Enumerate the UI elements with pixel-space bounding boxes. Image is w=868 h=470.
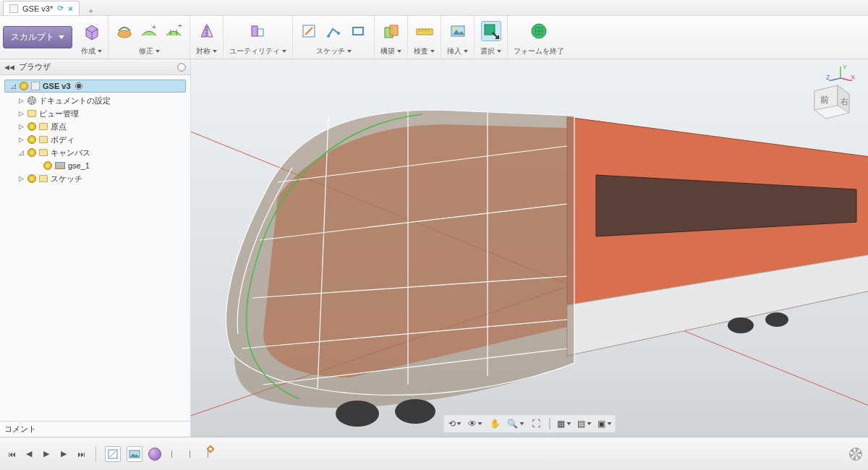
browser-panel: ◀◀ ブラウザ ◿ GSE v3 ▷ドキュメントの設定 ▷ビュー管理 ▷原点 ▷… [0,59,191,437]
feature-sketch-icon[interactable] [105,446,121,462]
svg-marker-9 [201,25,206,37]
workspace-switcher[interactable]: スカルプト [0,16,75,59]
edit-form-icon[interactable] [114,21,135,41]
insert-edge-icon[interactable]: + [139,21,159,41]
workspace-label: スカルプト [11,31,54,43]
node-label: gse_1 [68,161,90,170]
ribbon-group-finish: フォームを終了 [508,16,570,59]
decal-icon[interactable] [448,21,468,41]
ribbon-group-inspect: 検査 [408,16,441,59]
twisty-icon[interactable]: ▷ [17,175,25,182]
zoom-icon[interactable]: 🔍 [508,416,524,431]
line-icon[interactable] [323,21,344,41]
finish-form-icon[interactable] [529,21,549,41]
twisty-icon[interactable]: ▷ [17,123,25,130]
orbit-icon[interactable]: ⟲ [447,416,463,431]
chevron-down-icon[interactable] [213,50,217,53]
viewcube[interactable]: Y Z X 前 右 [806,65,856,123]
document-tab[interactable]: GSE v3* ⟳ × [3,1,80,15]
look-icon[interactable]: 👁 [467,416,483,431]
twisty-icon[interactable]: ▷ [17,136,25,143]
feature-form-icon[interactable] [148,448,161,461]
tree-item-canvas-child[interactable]: gse_1 [1,159,189,172]
twisty-icon[interactable]: ▷ [17,110,25,117]
group-label: 選択 [480,46,495,56]
activate-radio-icon[interactable] [75,82,82,90]
cube-icon [9,4,18,13]
lightbulb-icon[interactable] [27,148,36,157]
tree-item-views[interactable]: ▷ビュー管理 [1,107,189,120]
svg-rect-17 [353,27,363,35]
box-primitive-icon[interactable] [82,21,102,41]
chevron-down-icon[interactable] [282,50,286,53]
lightbulb-icon[interactable] [27,122,36,131]
plane-icon[interactable] [381,21,401,41]
model-render [191,59,868,437]
tab-recover-icon[interactable]: ⟳ [57,4,64,13]
svg-point-27 [454,27,456,30]
chevron-down-icon[interactable] [347,50,352,53]
pin-icon[interactable] [177,63,186,72]
viewport-3d[interactable]: Y Z X 前 右 ⟲ 👁 ✋ 🔍 ⛶ ▦ ▤ ▣ [191,59,868,437]
add-tab-button[interactable]: + [84,7,98,15]
tree-root[interactable]: ◿ GSE v3 [4,80,186,93]
chevron-down-icon[interactable] [464,50,468,53]
twisty-icon[interactable]: ▷ [17,97,25,104]
group-label: 作成 [81,46,95,56]
tree-item-doc-settings[interactable]: ▷ドキュメントの設定 [1,94,189,107]
chevron-down-icon[interactable] [497,50,501,53]
folder-icon [39,149,48,156]
node-label: スケッチ [51,174,82,184]
grid-settings-icon[interactable]: ▤ [576,416,592,431]
play-icon[interactable]: ▶ [41,448,52,460]
step-back-icon[interactable]: ◀ [23,448,35,460]
close-icon[interactable]: × [68,4,72,13]
lightbulb-icon[interactable] [20,82,28,90]
ribbon-group-utilities: ユーティリティ [224,16,293,59]
tree-item-origin[interactable]: ▷原点 [1,120,189,133]
collapse-left-icon[interactable]: ◀◀ [4,64,14,71]
display-style-icon[interactable]: ▦ [556,416,572,431]
measure-icon[interactable] [414,21,435,41]
lightbulb-icon[interactable] [27,174,36,183]
lightbulb-icon[interactable] [43,161,52,170]
folder-icon [39,123,48,130]
ribbon-group-create: 作成 [75,16,109,59]
comments-header[interactable]: コメント [0,421,190,437]
go-start-icon[interactable]: ⏮ [6,448,17,460]
chevron-down-icon[interactable] [156,50,160,53]
folder-icon [39,136,48,143]
create-sketch-icon[interactable] [299,21,319,41]
viewcube-axes-icon: Y Z X [826,65,855,81]
tab-title: GSE v3* [22,4,53,13]
tree-item-canvases[interactable]: ◿キャンバス [1,146,189,159]
rectangle-icon[interactable] [348,21,368,41]
component-icon [31,82,40,90]
tree-item-bodies[interactable]: ▷ボディ [1,133,189,146]
display-mode-icon[interactable] [248,21,268,41]
twisty-open-icon[interactable]: ◿ [17,149,25,156]
pan-icon[interactable]: ✋ [488,416,503,431]
twisty-open-icon[interactable]: ◿ [9,82,17,90]
svg-point-15 [327,35,330,38]
subdivide-icon[interactable]: + [163,21,184,41]
select-icon[interactable] [481,21,501,41]
ribbon-group-symmetry: 対称 [190,16,224,59]
folder-icon [39,175,48,182]
tree-item-sketches[interactable]: ▷スケッチ [1,172,189,185]
fit-icon[interactable]: ⛶ [528,416,544,431]
chevron-down-icon[interactable] [397,50,401,53]
browser-header[interactable]: ◀◀ ブラウザ [0,59,190,75]
chevron-down-icon[interactable] [98,50,102,53]
snap-icon[interactable]: ▣ [597,416,613,431]
go-end-icon[interactable]: ⏭ [75,448,87,460]
chevron-down-icon[interactable] [430,50,435,53]
mirror-icon[interactable] [197,21,217,41]
timeline-settings-icon[interactable] [849,448,862,461]
svg-point-4 [118,30,131,38]
feature-canvas-icon[interactable] [127,446,142,462]
timeline-slider[interactable] [171,448,273,461]
step-fwd-icon[interactable]: ▶ [58,448,69,460]
lightbulb-icon[interactable] [27,135,36,144]
ribbon-group-insert: 挿入 [441,16,475,59]
